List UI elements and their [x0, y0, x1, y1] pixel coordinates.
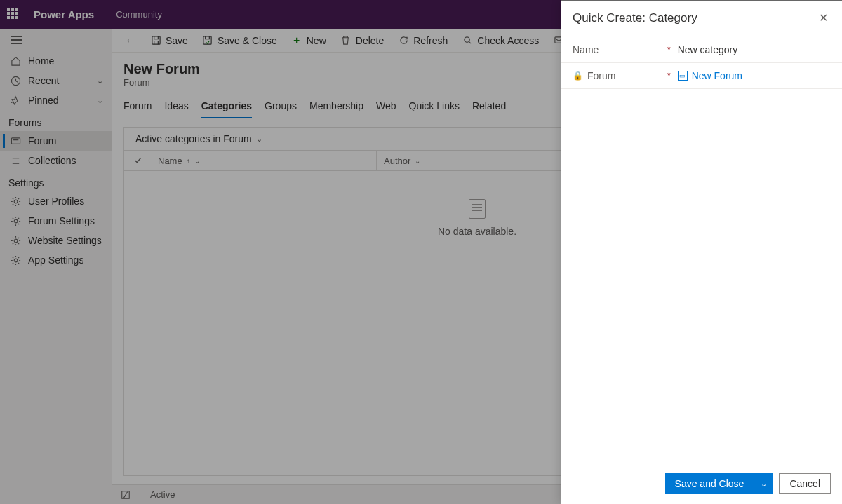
chevron-down-icon: ⌄	[761, 479, 767, 489]
required-indicator: *	[667, 71, 671, 81]
panel-title: Quick Create: Category	[573, 11, 697, 25]
save-split-button[interactable]: ⌄	[754, 473, 773, 494]
field-name-label: Name	[573, 44, 599, 55]
required-indicator: *	[667, 45, 671, 55]
field-forum-lookup[interactable]: ▭ New Forum	[678, 70, 831, 81]
close-button[interactable]: ✕	[816, 8, 831, 27]
field-name-input[interactable]: New category	[678, 44, 831, 55]
quick-create-panel: Quick Create: Category ✕ Name * New cate…	[561, 0, 842, 504]
field-name-row: Name * New category	[561, 37, 842, 63]
field-forum-label: Forum	[587, 70, 615, 81]
field-forum-row: 🔒 Forum * ▭ New Forum	[561, 63, 842, 89]
save-and-close-button[interactable]: Save and Close	[665, 473, 754, 494]
lock-icon: 🔒	[573, 71, 583, 81]
cancel-button[interactable]: Cancel	[779, 473, 831, 494]
lookup-icon: ▭	[678, 71, 688, 81]
